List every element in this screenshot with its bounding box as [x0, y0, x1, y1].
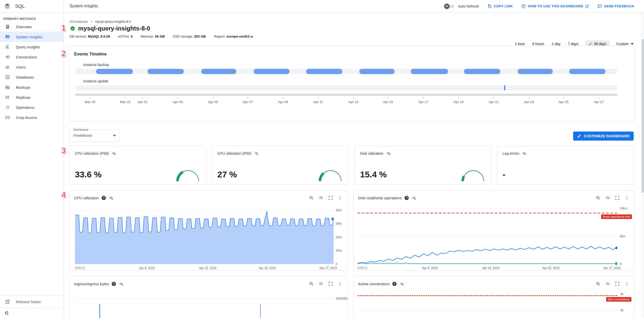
timeline-date-label: Apr 25	[559, 100, 569, 104]
copy-link-button[interactable]: COPY LINK	[487, 4, 513, 8]
help-icon[interactable]: ?	[112, 282, 116, 286]
sidebar-item-replicas[interactable]: Replicas	[0, 92, 64, 102]
sidebar-item-operations[interactable]: Operations	[0, 102, 64, 112]
statistics-icon[interactable]	[605, 281, 610, 286]
sidebar-item-corp-access[interactable]: Corp Access	[0, 112, 64, 122]
fullscreen-icon[interactable]	[615, 281, 620, 286]
x-axis-tick	[491, 265, 491, 267]
databases-icon	[5, 75, 10, 80]
fullscreen-icon[interactable]	[615, 195, 620, 200]
release-notes-icon	[5, 299, 10, 304]
metrics-explorer-icon[interactable]	[412, 196, 416, 200]
auto-refresh-toggle[interactable]	[444, 4, 455, 9]
metrics-explorer-icon[interactable]	[386, 151, 391, 156]
timeline-date-label: Apr 09	[278, 100, 288, 104]
x-axis-date-label: Apr 20, 2023	[542, 266, 560, 270]
auto-refresh-label: Auto Refresh	[458, 4, 479, 8]
instance-specs: DB version:MySQL 8.0.26vCPUs:4Memory:26 …	[69, 35, 253, 38]
statistics-icon[interactable]	[605, 195, 610, 200]
scrollbar-thumb[interactable]	[642, 39, 644, 193]
y-axis-label: 30%	[336, 222, 342, 226]
more-options-icon[interactable]	[624, 195, 629, 200]
zoom-reset-icon[interactable]	[309, 281, 314, 286]
disk-operations-plot	[358, 208, 617, 266]
sidebar-item-release-notes[interactable]: Release Notes	[0, 296, 64, 308]
help-icon[interactable]: ?	[392, 282, 397, 286]
y-axis-label: 100KiB/s	[336, 297, 348, 300]
timeline-major-tick	[353, 97, 354, 99]
sidebar-item-databases[interactable]: Databases	[0, 72, 64, 82]
fullscreen-icon[interactable]	[328, 195, 333, 200]
sidebar-item-query-insights[interactable]: Query insights	[0, 42, 64, 52]
sidebar-item-backups[interactable]: Backups	[0, 82, 64, 92]
pencil-icon	[577, 134, 581, 138]
metrics-explorer-icon[interactable]	[111, 151, 116, 156]
sidebar-item-label: Replicas	[16, 95, 31, 100]
annotation-marker-2: 2	[61, 49, 66, 58]
spec-value: MySQL 8.0.26	[88, 35, 110, 38]
breadcrumb-all-instances[interactable]: All instances	[69, 20, 88, 23]
help-icon[interactable]: ?	[404, 196, 409, 200]
metrics-explorer-icon[interactable]	[254, 151, 259, 156]
backup-event-segment	[254, 69, 289, 74]
x-axis-tick	[267, 265, 268, 267]
sidebar: SQL PRIMARY INSTANCE OverviewSystem insi…	[0, 0, 64, 318]
events-timeline-title: Events Timeline	[74, 52, 107, 57]
sidebar-item-system-insights[interactable]: System insights	[0, 32, 64, 42]
timeline-date-label: Apr 07	[243, 100, 253, 104]
timeline-major-tick	[494, 97, 494, 99]
timeline-date-label: Mar 29	[85, 100, 95, 104]
backup-event-segment	[96, 69, 133, 74]
metric-title-text: CPU utilization (P50)	[217, 151, 251, 155]
metrics-explorer-icon[interactable]	[109, 196, 113, 200]
sidebar-item-users[interactable]: Users	[0, 62, 64, 72]
cpu-utilization-plot	[75, 210, 334, 264]
collapse-sidebar-button[interactable]	[0, 308, 64, 318]
customize-dashboard-button[interactable]: CUSTOMIZE DASHBOARD	[573, 132, 634, 141]
time-range-option-label: 1 day	[552, 42, 560, 46]
breadcrumb-current: mysql-query-insights-8-0	[95, 20, 131, 23]
more-options-icon[interactable]	[338, 281, 343, 286]
corp-access-icon	[5, 115, 10, 120]
zoom-reset-icon[interactable]	[596, 195, 601, 200]
backup-event-segment	[569, 69, 605, 74]
help-icon[interactable]: ?	[102, 196, 106, 200]
zoom-reset-icon[interactable]	[309, 195, 314, 200]
event-track-instance-update	[75, 85, 617, 90]
sidebar-section-label: PRIMARY INSTANCE	[3, 17, 64, 21]
dashboard-select-value: Predefined	[73, 133, 92, 138]
timeline-minor-tick	[265, 98, 266, 99]
gauge	[459, 166, 487, 182]
sidebar-item-label: Corp Access	[16, 115, 37, 120]
dashboard-select[interactable]: Dashboard Predefined	[69, 130, 120, 142]
metrics-explorer-icon[interactable]	[522, 151, 526, 156]
metric-card-title: Disk utilization	[360, 151, 391, 156]
metrics-explorer-icon[interactable]	[119, 281, 124, 286]
metric-card-title: CPU utilization (P50)	[217, 151, 259, 156]
timeline-major-tick	[599, 97, 599, 99]
send-feedback-button[interactable]: SEND FEEDBACK	[598, 4, 634, 8]
timeline-minor-tick	[160, 98, 160, 99]
more-options-icon[interactable]	[624, 281, 629, 286]
metric-title-text: CPU utilization (P99)	[75, 151, 109, 155]
fullscreen-icon[interactable]	[328, 281, 333, 286]
sidebar-item-connections[interactable]: Connections	[0, 52, 64, 62]
statistics-icon[interactable]	[318, 281, 324, 286]
how-to-use-dashboard-button[interactable]: HOW TO USE THIS DASHBOARD	[521, 4, 589, 9]
x-axis-tick	[430, 265, 430, 267]
timeline-minor-tick	[371, 98, 371, 99]
sidebar-item-overview[interactable]: Overview	[0, 22, 64, 32]
zoom-reset-icon[interactable]	[596, 281, 601, 286]
timeline-scroll-strip[interactable]	[75, 94, 617, 96]
metric-card-title: Log errors	[503, 151, 526, 156]
sidebar-item-label: Users	[16, 65, 26, 69]
dashboard-select-label: Dashboard	[72, 128, 90, 132]
metrics-explorer-icon[interactable]	[399, 281, 404, 286]
more-options-icon[interactable]	[338, 195, 343, 200]
timeline-major-tick	[90, 97, 90, 99]
help-circle-icon	[521, 4, 526, 9]
statistics-icon[interactable]	[318, 195, 324, 200]
time-range-option-label: 30 days	[594, 42, 606, 46]
spec-value: europe-north1-a	[227, 35, 253, 38]
breadcrumb: All instances mysql-query-insights-8-0	[69, 20, 131, 23]
